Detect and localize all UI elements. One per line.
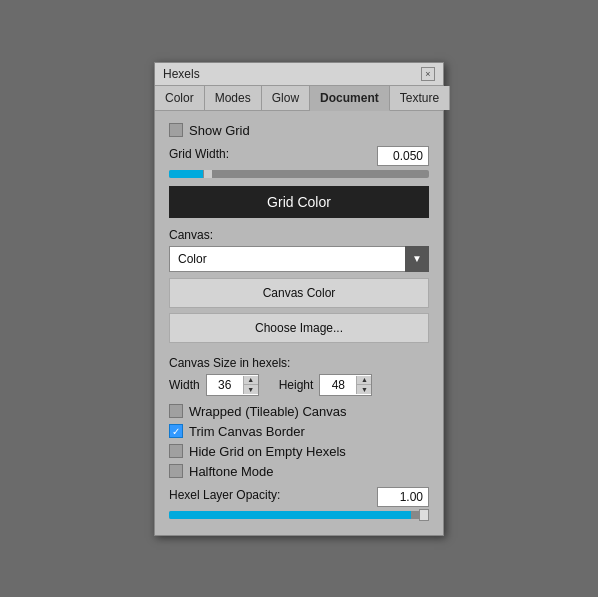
height-label: Height	[279, 378, 314, 392]
show-grid-text: Show Grid	[189, 123, 250, 138]
canvas-size-label: Canvas Size in hexels:	[169, 356, 429, 370]
height-decrement-button[interactable]: ▼	[357, 385, 371, 394]
wrapped-label[interactable]: Wrapped (Tileable) Canvas	[169, 404, 347, 419]
opacity-section: Hexel Layer Opacity:	[169, 487, 429, 519]
tab-texture[interactable]: Texture	[390, 86, 450, 110]
tab-document[interactable]: Document	[310, 86, 390, 111]
wrapped-checkbox[interactable]	[169, 404, 183, 418]
canvas-dimensions-row: Width ▲ ▼ Height ▲ ▼	[169, 374, 429, 396]
height-increment-button[interactable]: ▲	[357, 376, 371, 385]
trim-text: Trim Canvas Border	[189, 424, 305, 439]
width-label: Width	[169, 378, 200, 392]
halftone-label[interactable]: Halftone Mode	[169, 464, 274, 479]
hide-grid-checkbox[interactable]	[169, 444, 183, 458]
close-button[interactable]: ×	[421, 67, 435, 81]
title-bar: Hexels ×	[155, 63, 443, 86]
grid-width-slider[interactable]	[169, 170, 429, 178]
tab-color[interactable]: Color	[155, 86, 205, 110]
halftone-checkbox[interactable]	[169, 464, 183, 478]
grid-width-input[interactable]	[377, 146, 429, 166]
canvas-label: Canvas:	[169, 228, 429, 242]
width-decrement-button[interactable]: ▼	[244, 385, 258, 394]
canvas-select-wrapper: Color Image ▼	[169, 246, 429, 272]
canvas-size-section: Canvas Size in hexels: Width ▲ ▼ Height …	[169, 356, 429, 396]
panel-content: Show Grid Grid Width: Grid Color Canvas:…	[155, 111, 443, 535]
tab-bar: Color Modes Glow Document Texture	[155, 86, 443, 111]
wrapped-text: Wrapped (Tileable) Canvas	[189, 404, 347, 419]
halftone-text: Halftone Mode	[189, 464, 274, 479]
grid-width-slider-thumb[interactable]	[203, 170, 213, 178]
height-stepper: ▲ ▼	[356, 376, 371, 394]
opacity-slider-thumb[interactable]	[419, 509, 429, 521]
width-stepper: ▲ ▼	[243, 376, 258, 394]
grid-width-label: Grid Width:	[169, 147, 229, 161]
height-input-wrapper: ▲ ▼	[319, 374, 372, 396]
hide-grid-row: Hide Grid on Empty Hexels	[169, 444, 429, 459]
opacity-label-row: Hexel Layer Opacity:	[169, 487, 429, 507]
grid-width-row: Grid Width:	[169, 146, 429, 166]
opacity-slider-fill	[169, 511, 411, 519]
show-grid-checkbox[interactable]	[169, 123, 183, 137]
grid-color-button[interactable]: Grid Color	[169, 186, 429, 218]
width-input[interactable]	[207, 375, 243, 395]
width-input-wrapper: ▲ ▼	[206, 374, 259, 396]
halftone-row: Halftone Mode	[169, 464, 429, 479]
opacity-label: Hexel Layer Opacity:	[169, 488, 280, 502]
opacity-input[interactable]	[377, 487, 429, 507]
hide-grid-text: Hide Grid on Empty Hexels	[189, 444, 346, 459]
hide-grid-label[interactable]: Hide Grid on Empty Hexels	[169, 444, 346, 459]
canvas-color-button[interactable]: Canvas Color	[169, 278, 429, 308]
main-window: Hexels × Color Modes Glow Document Textu…	[154, 62, 444, 536]
tab-modes[interactable]: Modes	[205, 86, 262, 110]
width-increment-button[interactable]: ▲	[244, 376, 258, 385]
canvas-select[interactable]: Color Image	[169, 246, 429, 272]
show-grid-label[interactable]: Show Grid	[169, 123, 250, 138]
trim-checkbox[interactable]: ✓	[169, 424, 183, 438]
window-title: Hexels	[163, 67, 200, 81]
opacity-slider[interactable]	[169, 511, 429, 519]
choose-image-button[interactable]: Choose Image...	[169, 313, 429, 343]
trim-label[interactable]: ✓ Trim Canvas Border	[169, 424, 305, 439]
height-input[interactable]	[320, 375, 356, 395]
tab-glow[interactable]: Glow	[262, 86, 310, 110]
trim-row: ✓ Trim Canvas Border	[169, 424, 429, 439]
wrapped-row: Wrapped (Tileable) Canvas	[169, 404, 429, 419]
show-grid-row: Show Grid	[169, 123, 429, 138]
